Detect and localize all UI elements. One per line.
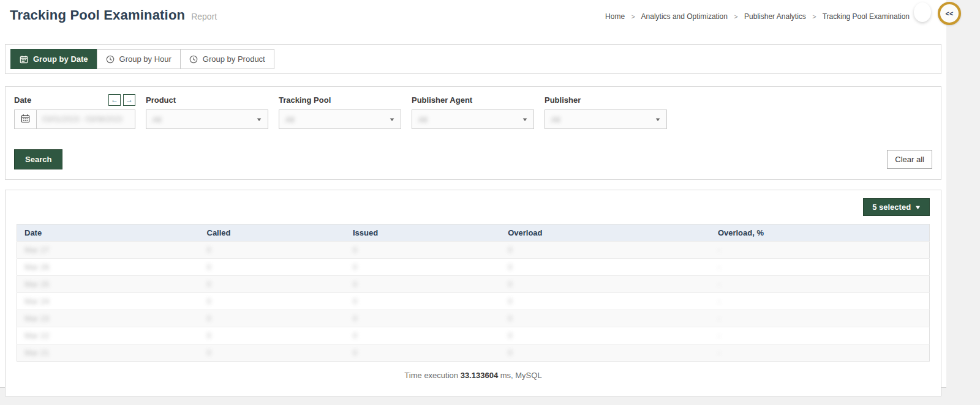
product-select[interactable]: All ▼ xyxy=(146,110,268,129)
column-header-date: Date xyxy=(17,225,200,242)
chevron-down-icon: ▼ xyxy=(388,117,395,122)
chevron-down-icon: ▼ xyxy=(654,117,661,122)
chevron-down-icon: ▼ xyxy=(255,117,262,122)
table-header-row: Date Called Issued Overload Overload, % xyxy=(17,225,930,242)
publisher-select[interactable]: All ▼ xyxy=(545,110,667,129)
breadcrumb-separator: > xyxy=(812,13,816,20)
breadcrumb-publisher-analytics[interactable]: Publisher Analytics xyxy=(744,12,806,21)
filter-group-publisher: Publisher All ▼ xyxy=(545,94,667,129)
cell-called: 0 xyxy=(207,245,211,255)
cell-called: 0 xyxy=(207,262,211,272)
clock-icon xyxy=(106,55,115,64)
cell-overload-pct: - xyxy=(718,245,720,255)
search-button[interactable]: Search xyxy=(14,149,62,169)
cell-called: 0 xyxy=(207,314,211,323)
arrow-right-icon: → xyxy=(126,96,133,103)
floating-blob xyxy=(914,2,931,22)
product-filter-label: Product xyxy=(146,95,176,105)
cell-issued: 0 xyxy=(353,245,357,255)
filter-group-product: Product All ▼ xyxy=(146,94,268,129)
publisher-select-value: All xyxy=(551,115,560,124)
breadcrumb-analytics-and-optimization[interactable]: Analytics and Optimization xyxy=(641,12,728,21)
columns-selected-dropdown[interactable]: 5 selected ▼ xyxy=(863,198,930,216)
breadcrumb-separator: > xyxy=(734,13,737,20)
column-header-overload: Overload xyxy=(500,225,710,242)
date-range-value: 03/01/2023 - 03/08/2023 xyxy=(42,115,123,124)
next-period-button[interactable]: → xyxy=(123,94,135,106)
breadcrumb: Home > Analytics and Optimization > Publ… xyxy=(605,12,910,21)
report-table: Date Called Issued Overload Overload, % … xyxy=(17,224,930,362)
product-select-value: All xyxy=(153,115,161,124)
cell-overload-pct: - xyxy=(718,314,720,323)
footer-prefix: Time execution xyxy=(404,371,458,380)
calendar-icon xyxy=(21,114,30,125)
table-row: Mar 26 0 0 0 - xyxy=(17,259,930,276)
previous-period-button[interactable]: ← xyxy=(108,94,121,106)
tracking-pool-select-value: All xyxy=(285,115,294,124)
calendar-icon xyxy=(20,55,28,64)
execution-time-footer: Time execution 33.133604 ms, MySQL xyxy=(17,371,930,380)
cell-overload: 0 xyxy=(508,331,512,340)
breadcrumb-separator: > xyxy=(631,13,635,20)
content-card: Tracking Pool Examination Report Home > … xyxy=(0,0,946,388)
cell-overload-pct: - xyxy=(718,348,720,357)
tab-label: Group by Product xyxy=(203,54,265,64)
actions-row: Search Clear all xyxy=(14,149,932,169)
calendar-picker-button[interactable] xyxy=(14,110,37,129)
cell-overload: 0 xyxy=(508,280,512,289)
footer-suffix: ms, MySQL xyxy=(500,371,542,380)
page-subtitle: Report xyxy=(191,12,217,21)
cell-date: Mar 24 xyxy=(24,297,49,306)
sidebar-collapse-button[interactable]: << xyxy=(938,2,961,25)
cell-issued: 0 xyxy=(353,262,357,272)
cell-overload: 0 xyxy=(508,348,512,357)
cell-date: Mar 27 xyxy=(24,245,49,255)
title-wrap: Tracking Pool Examination Report xyxy=(10,7,217,23)
cell-issued: 0 xyxy=(353,314,357,323)
cell-date: Mar 21 xyxy=(24,348,49,357)
filter-row: Date ← → 03/01/2023 - 03/08/2023 xyxy=(14,94,932,129)
cell-overload-pct: - xyxy=(718,331,720,340)
selected-count-label: 5 selected xyxy=(872,202,911,212)
date-nav-arrows: ← → xyxy=(108,94,135,106)
tab-group-by-date[interactable]: Group by Date xyxy=(10,49,97,69)
table-row: Mar 24 0 0 0 - xyxy=(17,293,930,310)
clear-all-button[interactable]: Clear all xyxy=(887,150,932,169)
footer-time-value: 33.133604 xyxy=(461,371,498,380)
cell-overload: 0 xyxy=(508,245,512,255)
publisher-agent-select-value: All xyxy=(418,115,427,124)
table-row: Mar 21 0 0 0 - xyxy=(17,344,930,362)
breadcrumb-current-page: Tracking Pool Examination xyxy=(823,12,910,21)
cell-issued: 0 xyxy=(353,297,357,306)
cell-date: Mar 26 xyxy=(24,262,49,272)
cell-called: 0 xyxy=(207,331,211,340)
date-filter-label: Date xyxy=(14,95,31,105)
cell-issued: 0 xyxy=(353,331,357,340)
page-title: Tracking Pool Examination xyxy=(10,7,185,23)
tab-group-by-product[interactable]: Group by Product xyxy=(180,49,274,69)
column-header-issued: Issued xyxy=(345,225,500,242)
cell-overload: 0 xyxy=(508,314,512,323)
tab-group-by-hour[interactable]: Group by Hour xyxy=(97,49,181,69)
tracking-pool-filter-label: Tracking Pool xyxy=(279,95,331,105)
clock-icon xyxy=(189,55,198,64)
arrow-left-icon: ← xyxy=(111,96,118,103)
filter-group-tracking-pool: Tracking Pool All ▼ xyxy=(279,94,401,129)
cell-overload-pct: - xyxy=(718,297,720,306)
publisher-agent-select[interactable]: All ▼ xyxy=(412,110,534,129)
page-header: Tracking Pool Examination Report Home > … xyxy=(0,0,946,34)
cell-issued: 0 xyxy=(353,348,357,357)
tab-label: Group by Hour xyxy=(119,54,172,64)
tab-label: Group by Date xyxy=(33,54,88,64)
collapse-icon: << xyxy=(946,10,954,17)
publisher-filter-label: Publisher xyxy=(545,95,581,105)
cell-date: Mar 23 xyxy=(24,314,49,323)
table-row: Mar 27 0 0 0 - xyxy=(17,242,930,259)
breadcrumb-home[interactable]: Home xyxy=(605,12,625,21)
cell-called: 0 xyxy=(207,297,211,306)
date-range-input[interactable]: 03/01/2023 - 03/08/2023 xyxy=(37,110,135,129)
filters-panel: Date ← → 03/01/2023 - 03/08/2023 xyxy=(5,86,941,180)
column-header-overload-pct: Overload, % xyxy=(710,225,930,242)
cell-overload: 0 xyxy=(508,262,512,272)
tracking-pool-select[interactable]: All ▼ xyxy=(279,110,401,129)
